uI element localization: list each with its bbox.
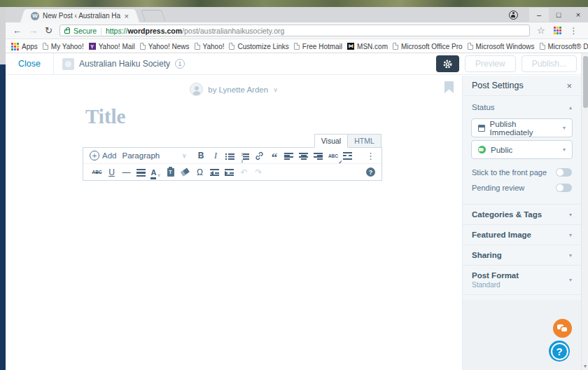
secure-label: Secure: [74, 27, 97, 35]
screen: W New Post ‹ Australian Ha × – □ × ← → ↻…: [0, 0, 588, 370]
bookmark-item[interactable]: Microsoft Office Pro: [393, 43, 463, 50]
bullet-list-button[interactable]: [223, 149, 237, 163]
extension-grid-icon[interactable]: [554, 27, 561, 34]
chevron-down-icon: ▾: [569, 232, 572, 238]
toolbar-more-menu-icon[interactable]: ⋮: [366, 151, 375, 161]
tab-title: New Post ‹ Australian Ha: [43, 12, 121, 20]
accordion-featured-image[interactable]: Featured Image ▾: [463, 224, 581, 245]
sidebar-close-icon[interactable]: ×: [566, 81, 572, 91]
link-icon: [255, 151, 264, 160]
profile-icon[interactable]: [509, 11, 518, 20]
author-avatar: [190, 83, 203, 96]
blockquote-button[interactable]: “: [267, 151, 281, 165]
publish-schedule-dropdown[interactable]: Publish Immediately ▾: [471, 118, 573, 137]
accordion-post-format[interactable]: Post Format Standard ▾: [463, 265, 581, 294]
visibility-dropdown[interactable]: Public ▾: [471, 140, 573, 159]
align-left-icon: [284, 152, 293, 160]
align-center-button[interactable]: [296, 149, 311, 163]
window-close-button[interactable]: ×: [568, 8, 588, 22]
desktop-left-navy: [0, 64, 6, 370]
happychat-button[interactable]: [553, 319, 572, 338]
reload-icon[interactable]: ↻: [45, 25, 52, 36]
page-icon: [229, 43, 234, 50]
bookmark-item[interactable]: My Yahoo!: [43, 43, 84, 50]
address-bar[interactable]: Secure | https://wordpress.com/post/aust…: [59, 25, 530, 36]
plus-circle-icon: +: [90, 151, 99, 160]
bookmark-item[interactable]: Customize Links: [229, 43, 288, 50]
post-settings-gear-button[interactable]: [436, 55, 459, 72]
bookmark-item[interactable]: Yahoo!: [195, 43, 225, 50]
align-left-button[interactable]: [281, 149, 296, 163]
post-title-placeholder[interactable]: Title: [85, 105, 125, 128]
justify-button[interactable]: [134, 165, 148, 179]
maximize-button[interactable]: □: [549, 8, 568, 22]
bookmark-item[interactable]: Microsoft Windows: [468, 43, 535, 50]
page-icon: [140, 43, 146, 50]
numbered-list-button[interactable]: [237, 149, 252, 163]
yahoo-mail-icon: Y: [89, 43, 96, 50]
align-center-icon: [299, 152, 308, 160]
minimize-button[interactable]: –: [529, 8, 549, 22]
page-icon: [540, 43, 545, 50]
back-icon[interactable]: ←: [13, 25, 22, 36]
tab-visual[interactable]: Visual: [314, 134, 348, 148]
bookmark-item[interactable]: Yahoo! News: [140, 43, 190, 50]
bookmark-item[interactable]: YYahoo! Mail: [89, 43, 135, 50]
add-media-button[interactable]: + Add: [90, 151, 116, 160]
apps-shortcut[interactable]: Apps: [11, 43, 38, 50]
scrollbar-thumb[interactable]: [583, 56, 588, 108]
bookmarks-bar: Apps My Yahoo! YYahoo! Mail Yahoo! News …: [6, 40, 588, 53]
spellcheck-button[interactable]: ABC: [326, 149, 340, 163]
bookmark-item[interactable]: Free Hotmail: [294, 43, 342, 50]
editor-toolbar: + Add Paragraph ∨ B I: [83, 147, 382, 181]
site-selector[interactable]: Australian Haiku Society 1: [62, 58, 185, 70]
tab-close-icon[interactable]: ×: [125, 12, 129, 20]
page-scrollbar[interactable]: ▼: [581, 53, 588, 370]
clipboard-icon: T: [167, 168, 174, 177]
sticky-toggle[interactable]: [556, 168, 572, 177]
strikethrough-button[interactable]: ABC: [90, 165, 104, 179]
globe-icon: [478, 146, 486, 153]
editor-mode-tabs: Visual HTML: [314, 134, 382, 148]
publish-button[interactable]: Publish...: [522, 55, 577, 72]
indent-icon: [225, 168, 234, 176]
scrollbar-down-arrow[interactable]: ▼: [582, 364, 588, 369]
special-character-button[interactable]: Ω: [192, 165, 207, 179]
page-icon: [43, 43, 48, 50]
preview-button[interactable]: Preview: [465, 55, 516, 72]
toolbar-help-icon[interactable]: ?: [366, 167, 375, 177]
accordion-sharing[interactable]: Sharing ▾: [463, 245, 581, 265]
paragraph-format-dropdown[interactable]: Paragraph ∨: [122, 151, 186, 160]
bold-button[interactable]: B: [193, 149, 208, 163]
underline-button[interactable]: U: [104, 165, 119, 179]
accordion-categories-tags[interactable]: Categories & Tags ▾: [463, 204, 581, 224]
help-button[interactable]: ?: [549, 341, 570, 362]
paste-as-text-button[interactable]: T: [163, 165, 178, 179]
insert-read-more-button[interactable]: [340, 149, 355, 163]
bookmark-item[interactable]: Microsoft® Design: [540, 43, 588, 50]
browser-tab[interactable]: W New Post ‹ Australian Ha ×: [27, 9, 133, 22]
author-row[interactable]: by Lynette Arden ∨: [6, 83, 462, 96]
status-section-header[interactable]: Status ▴: [463, 96, 581, 116]
horizontal-rule-button[interactable]: —: [119, 165, 134, 179]
text-color-button[interactable]: A ∨: [148, 165, 163, 179]
chevron-down-icon: ▾: [569, 252, 572, 259]
bookmark-star-icon[interactable]: ☆: [537, 25, 545, 36]
outdent-button[interactable]: [207, 165, 222, 179]
eraser-icon: [181, 167, 190, 176]
tab-html[interactable]: HTML: [348, 134, 382, 148]
bookmark-item[interactable]: ⋈MSN.com: [347, 43, 388, 50]
align-right-button[interactable]: [311, 149, 326, 163]
wordpress-favicon-icon: W: [31, 12, 39, 20]
bullet-list-icon: [225, 152, 234, 160]
pending-review-toggle[interactable]: [556, 184, 572, 192]
post-format-value: Standard: [472, 281, 519, 289]
italic-button[interactable]: I: [208, 149, 223, 163]
browser-menu-icon[interactable]: ⋮: [570, 26, 578, 36]
browser-window: W New Post ‹ Australian Ha × – □ × ← → ↻…: [6, 7, 588, 370]
clear-formatting-button[interactable]: [178, 165, 192, 179]
link-button[interactable]: [252, 149, 267, 163]
new-tab-button[interactable]: [141, 10, 166, 22]
indent-button[interactable]: [222, 165, 237, 179]
close-editor-button[interactable]: Close: [6, 53, 54, 74]
